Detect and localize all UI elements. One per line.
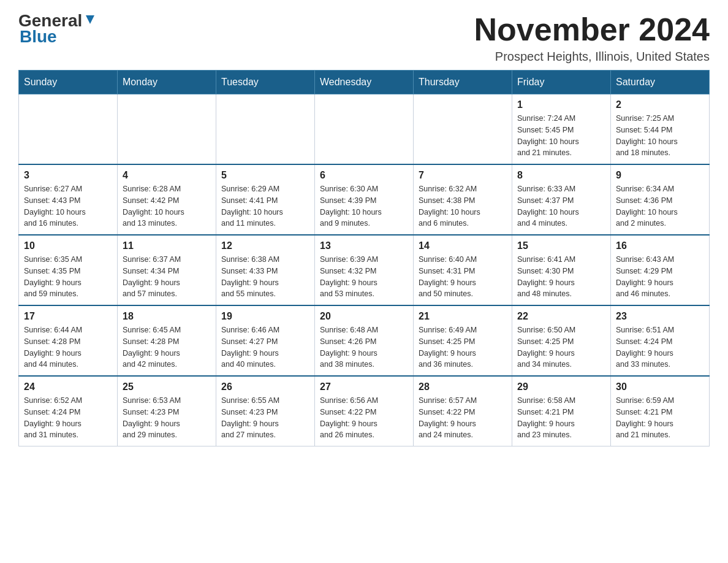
calendar-cell: 19Sunrise: 6:46 AMSunset: 4:27 PMDayligh… (216, 305, 315, 376)
day-number: 16 (616, 240, 704, 251)
day-info: Sunrise: 6:46 AMSunset: 4:27 PMDaylight:… (221, 324, 309, 370)
calendar-cell: 11Sunrise: 6:37 AMSunset: 4:34 PMDayligh… (118, 235, 216, 305)
calendar-cell: 23Sunrise: 6:51 AMSunset: 4:24 PMDayligh… (611, 305, 710, 376)
calendar-cell: 26Sunrise: 6:55 AMSunset: 4:23 PMDayligh… (216, 376, 315, 446)
calendar-cell: 17Sunrise: 6:44 AMSunset: 4:28 PMDayligh… (19, 305, 118, 376)
calendar-week-row: 17Sunrise: 6:44 AMSunset: 4:28 PMDayligh… (19, 305, 710, 376)
weekday-header-saturday: Saturday (611, 71, 710, 94)
weekday-header-sunday: Sunday (19, 71, 118, 94)
day-info: Sunrise: 6:41 AMSunset: 4:30 PMDaylight:… (517, 254, 605, 300)
day-info: Sunrise: 6:50 AMSunset: 4:25 PMDaylight:… (517, 324, 605, 370)
day-info: Sunrise: 6:33 AMSunset: 4:37 PMDaylight:… (517, 183, 605, 229)
calendar-cell: 25Sunrise: 6:53 AMSunset: 4:23 PMDayligh… (118, 376, 216, 446)
calendar-cell: 12Sunrise: 6:38 AMSunset: 4:33 PMDayligh… (216, 235, 315, 305)
month-title: November 2024 (474, 12, 710, 47)
day-number: 12 (221, 240, 309, 251)
day-number: 24 (24, 381, 112, 393)
calendar-cell: 10Sunrise: 6:35 AMSunset: 4:35 PMDayligh… (19, 235, 118, 305)
day-info: Sunrise: 6:55 AMSunset: 4:23 PMDaylight:… (221, 395, 309, 441)
calendar-cell: 2Sunrise: 7:25 AMSunset: 5:44 PMDaylight… (611, 94, 710, 165)
calendar-cell: 30Sunrise: 6:59 AMSunset: 4:21 PMDayligh… (611, 376, 710, 446)
weekday-header-monday: Monday (118, 71, 216, 94)
calendar-cell: 4Sunrise: 6:28 AMSunset: 4:42 PMDaylight… (118, 164, 216, 235)
calendar-cell: 29Sunrise: 6:58 AMSunset: 4:21 PMDayligh… (512, 376, 611, 446)
day-info: Sunrise: 6:58 AMSunset: 4:21 PMDaylight:… (517, 395, 605, 441)
calendar-cell: 22Sunrise: 6:50 AMSunset: 4:25 PMDayligh… (512, 305, 611, 376)
day-info: Sunrise: 6:32 AMSunset: 4:38 PMDaylight:… (419, 183, 507, 229)
day-number: 5 (221, 170, 309, 181)
svg-marker-0 (86, 15, 94, 24)
day-number: 10 (24, 240, 112, 251)
day-info: Sunrise: 6:38 AMSunset: 4:33 PMDaylight:… (221, 254, 309, 300)
day-info: Sunrise: 6:27 AMSunset: 4:43 PMDaylight:… (24, 183, 112, 229)
day-info: Sunrise: 6:56 AMSunset: 4:22 PMDaylight:… (320, 395, 408, 441)
day-number: 1 (517, 99, 605, 110)
calendar-cell: 14Sunrise: 6:40 AMSunset: 4:31 PMDayligh… (414, 235, 512, 305)
day-number: 13 (320, 240, 408, 251)
weekday-header-thursday: Thursday (414, 71, 512, 94)
calendar-week-row: 24Sunrise: 6:52 AMSunset: 4:24 PMDayligh… (19, 376, 710, 446)
day-info: Sunrise: 6:30 AMSunset: 4:39 PMDaylight:… (320, 183, 408, 229)
day-info: Sunrise: 7:25 AMSunset: 5:44 PMDaylight:… (616, 113, 704, 159)
day-info: Sunrise: 6:53 AMSunset: 4:23 PMDaylight:… (123, 395, 211, 441)
day-number: 22 (517, 311, 605, 322)
calendar-week-row: 3Sunrise: 6:27 AMSunset: 4:43 PMDaylight… (19, 164, 710, 235)
day-number: 18 (123, 311, 211, 322)
calendar-cell (315, 94, 414, 165)
calendar-header-row: SundayMondayTuesdayWednesdayThursdayFrid… (19, 71, 710, 94)
day-number: 21 (419, 311, 507, 322)
day-number: 8 (517, 170, 605, 181)
day-info: Sunrise: 6:44 AMSunset: 4:28 PMDaylight:… (24, 324, 112, 370)
day-info: Sunrise: 6:40 AMSunset: 4:31 PMDaylight:… (419, 254, 507, 300)
calendar-cell: 7Sunrise: 6:32 AMSunset: 4:38 PMDaylight… (414, 164, 512, 235)
calendar-cell: 24Sunrise: 6:52 AMSunset: 4:24 PMDayligh… (19, 376, 118, 446)
day-number: 7 (419, 170, 507, 181)
calendar-cell: 21Sunrise: 6:49 AMSunset: 4:25 PMDayligh… (414, 305, 512, 376)
day-number: 26 (221, 381, 309, 393)
title-section: November 2024 Prospect Heights, Illinois… (474, 12, 710, 64)
day-number: 29 (517, 381, 605, 393)
day-number: 2 (616, 99, 704, 110)
calendar-cell: 28Sunrise: 6:57 AMSunset: 4:22 PMDayligh… (414, 376, 512, 446)
day-number: 9 (616, 170, 704, 181)
day-info: Sunrise: 6:34 AMSunset: 4:36 PMDaylight:… (616, 183, 704, 229)
calendar-cell: 6Sunrise: 6:30 AMSunset: 4:39 PMDaylight… (315, 164, 414, 235)
weekday-header-wednesday: Wednesday (315, 71, 414, 94)
day-number: 17 (24, 311, 112, 322)
calendar-table: SundayMondayTuesdayWednesdayThursdayFrid… (18, 70, 710, 446)
calendar-cell: 5Sunrise: 6:29 AMSunset: 4:41 PMDaylight… (216, 164, 315, 235)
day-number: 27 (320, 381, 408, 393)
calendar-cell (414, 94, 512, 165)
day-number: 4 (123, 170, 211, 181)
day-number: 25 (123, 381, 211, 393)
weekday-header-tuesday: Tuesday (216, 71, 315, 94)
location: Prospect Heights, Illinois, United State… (474, 50, 710, 64)
day-info: Sunrise: 6:43 AMSunset: 4:29 PMDaylight:… (616, 254, 704, 300)
weekday-header-friday: Friday (512, 71, 611, 94)
calendar-cell (118, 94, 216, 165)
calendar-cell: 13Sunrise: 6:39 AMSunset: 4:32 PMDayligh… (315, 235, 414, 305)
day-info: Sunrise: 6:39 AMSunset: 4:32 PMDaylight:… (320, 254, 408, 300)
day-info: Sunrise: 6:48 AMSunset: 4:26 PMDaylight:… (320, 324, 408, 370)
day-number: 11 (123, 240, 211, 251)
day-number: 6 (320, 170, 408, 181)
day-info: Sunrise: 6:57 AMSunset: 4:22 PMDaylight:… (419, 395, 507, 441)
calendar-cell: 18Sunrise: 6:45 AMSunset: 4:28 PMDayligh… (118, 305, 216, 376)
day-number: 23 (616, 311, 704, 322)
day-info: Sunrise: 6:37 AMSunset: 4:34 PMDaylight:… (123, 254, 211, 300)
day-number: 19 (221, 311, 309, 322)
page-header: General Blue November 2024 Prospect Heig… (18, 12, 710, 64)
calendar-cell: 15Sunrise: 6:41 AMSunset: 4:30 PMDayligh… (512, 235, 611, 305)
day-info: Sunrise: 6:52 AMSunset: 4:24 PMDaylight:… (24, 395, 112, 441)
day-info: Sunrise: 7:24 AMSunset: 5:45 PMDaylight:… (517, 113, 605, 159)
day-info: Sunrise: 6:45 AMSunset: 4:28 PMDaylight:… (123, 324, 211, 370)
logo-triangle-icon (83, 13, 97, 26)
day-info: Sunrise: 6:35 AMSunset: 4:35 PMDaylight:… (24, 254, 112, 300)
day-number: 28 (419, 381, 507, 393)
calendar-cell: 9Sunrise: 6:34 AMSunset: 4:36 PMDaylight… (611, 164, 710, 235)
calendar-cell: 16Sunrise: 6:43 AMSunset: 4:29 PMDayligh… (611, 235, 710, 305)
day-info: Sunrise: 6:29 AMSunset: 4:41 PMDaylight:… (221, 183, 309, 229)
day-info: Sunrise: 6:28 AMSunset: 4:42 PMDaylight:… (123, 183, 211, 229)
day-number: 3 (24, 170, 112, 181)
calendar-cell: 20Sunrise: 6:48 AMSunset: 4:26 PMDayligh… (315, 305, 414, 376)
